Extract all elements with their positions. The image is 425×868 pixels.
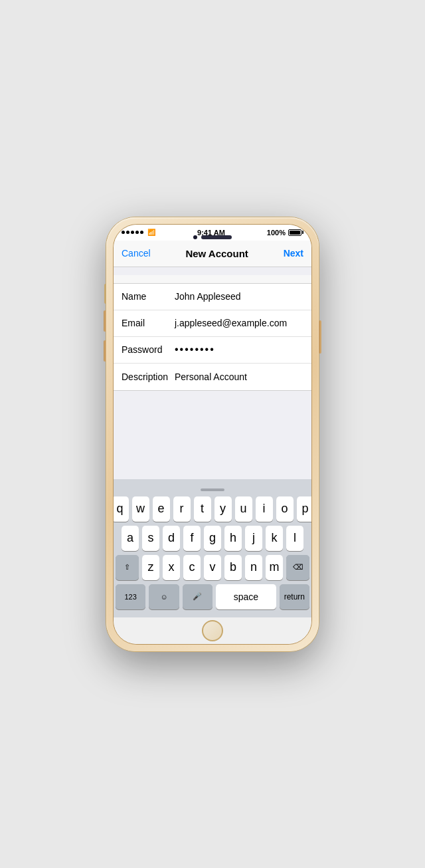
nav-title: New Account	[185, 248, 248, 259]
phone-frame: 📶 9:41 AM 100% Ca	[106, 217, 319, 651]
home-button[interactable]	[202, 620, 223, 641]
battery-tip	[302, 231, 303, 234]
empty-space	[114, 391, 311, 479]
volume-down-button	[104, 340, 106, 362]
camera	[193, 235, 197, 239]
signal-dot-1	[122, 231, 125, 234]
keyboard-divider	[116, 482, 309, 494]
return-key[interactable]: return	[280, 584, 309, 609]
signal-dot-5	[140, 231, 143, 234]
signal-dot-3	[131, 231, 134, 234]
key-r[interactable]: r	[173, 496, 191, 522]
keyboard-row-2: a s d f g h j k l	[116, 526, 309, 551]
top-spacer	[114, 267, 311, 275]
form-row-email: Email j.appleseed@example.com	[114, 310, 311, 337]
key-d[interactable]: d	[163, 526, 180, 551]
signal-dot-2	[126, 231, 129, 234]
password-label: Password	[122, 344, 175, 355]
key-t[interactable]: t	[194, 496, 211, 522]
key-v[interactable]: v	[204, 555, 221, 580]
home-button-area	[114, 617, 311, 644]
signal-strength	[122, 231, 143, 234]
key-c[interactable]: c	[183, 555, 201, 580]
divider-line	[201, 488, 224, 491]
keyboard-row-4: 123 ☺ 🎤 space return	[116, 584, 309, 609]
battery-icon	[288, 229, 303, 236]
nav-bar: Cancel New Account Next	[114, 241, 311, 267]
battery-percent: 100%	[267, 229, 286, 237]
key-h[interactable]: h	[224, 526, 242, 551]
email-label: Email	[122, 318, 175, 328]
keyboard-row-1: q w e r t y u i o p	[116, 496, 309, 522]
mic-key[interactable]: 🎤	[183, 584, 212, 609]
form-row-name: Name John Appleseed	[114, 284, 311, 310]
email-value[interactable]: j.appleseed@example.com	[175, 318, 303, 328]
shift-key[interactable]: ⇧	[116, 555, 139, 580]
form-row-password: Password ••••••••	[114, 337, 311, 364]
emoji-key[interactable]: ☺	[149, 584, 179, 609]
battery-fill	[290, 231, 300, 235]
key-z[interactable]: z	[142, 555, 159, 580]
numbers-key[interactable]: 123	[116, 584, 145, 609]
volume-up-button	[104, 310, 106, 332]
key-i[interactable]: i	[256, 496, 273, 522]
key-p[interactable]: p	[297, 496, 312, 522]
key-l[interactable]: l	[286, 526, 303, 551]
battery-body	[288, 229, 301, 236]
delete-key[interactable]: ⌫	[286, 555, 309, 580]
signal-dot-4	[135, 231, 139, 234]
key-w[interactable]: w	[132, 496, 149, 522]
speaker	[201, 235, 232, 239]
password-value[interactable]: ••••••••	[175, 344, 303, 356]
name-value[interactable]: John Appleseed	[175, 291, 303, 302]
wifi-icon: 📶	[147, 229, 155, 236]
description-label: Description	[122, 372, 175, 382]
key-n[interactable]: n	[245, 555, 262, 580]
status-left: 📶	[122, 229, 155, 236]
key-q[interactable]: q	[114, 496, 129, 522]
key-f[interactable]: f	[183, 526, 201, 551]
keyboard-row-3: ⇧ z x c v b n m ⌫	[116, 555, 309, 580]
key-b[interactable]: b	[224, 555, 242, 580]
side-button	[319, 320, 321, 354]
form-row-description: Description Personal Account	[114, 364, 311, 390]
key-x[interactable]: x	[163, 555, 180, 580]
space-key[interactable]: space	[216, 584, 276, 609]
key-a[interactable]: a	[122, 526, 139, 551]
phone-screen: 📶 9:41 AM 100% Ca	[113, 224, 312, 645]
key-g[interactable]: g	[204, 526, 221, 551]
key-k[interactable]: k	[266, 526, 283, 551]
key-o[interactable]: o	[276, 496, 294, 522]
cancel-button[interactable]: Cancel	[122, 248, 151, 259]
screen-content: 📶 9:41 AM 100% Ca	[114, 225, 311, 644]
description-value[interactable]: Personal Account	[175, 372, 303, 382]
status-right: 100%	[267, 229, 303, 237]
top-notch	[193, 235, 232, 239]
key-u[interactable]: u	[235, 496, 252, 522]
form-section: Name John Appleseed Email j.appleseed@ex…	[114, 283, 311, 391]
key-y[interactable]: y	[214, 496, 232, 522]
key-s[interactable]: s	[142, 526, 159, 551]
keyboard: q w e r t y u i o p a s d f g	[114, 479, 311, 617]
key-e[interactable]: e	[153, 496, 170, 522]
key-m[interactable]: m	[266, 555, 283, 580]
next-button[interactable]: Next	[284, 248, 303, 259]
key-j[interactable]: j	[245, 526, 262, 551]
name-label: Name	[122, 291, 175, 302]
